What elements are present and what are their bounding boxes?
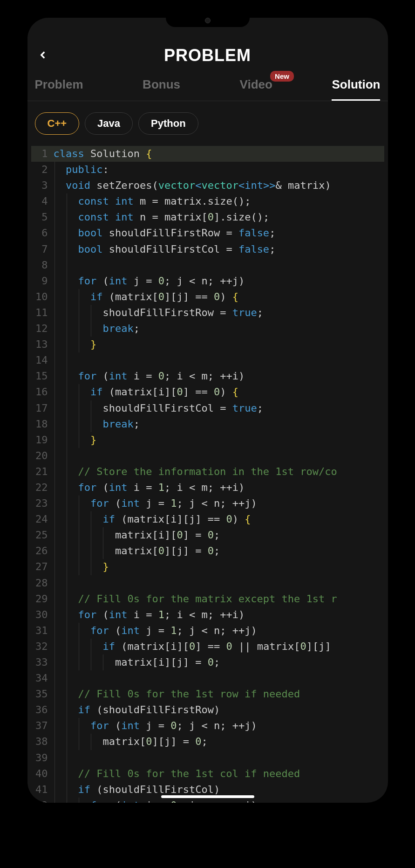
token-plain: ( (115, 641, 128, 652)
token-plain: ; ++ (208, 275, 232, 287)
token-plain: ; (269, 243, 275, 255)
tab-label: Bonus (143, 77, 180, 91)
line-content: } (54, 432, 384, 448)
code-line: 25 matrix[i][0] = 0; (31, 527, 384, 543)
line-content (54, 448, 384, 464)
line-number: 29 (31, 591, 54, 607)
tab-label: Problem (35, 77, 83, 91)
token-plain: [ (152, 529, 158, 541)
token-func: size (226, 211, 251, 223)
token-plain: ; (257, 402, 263, 414)
line-number: 1 (31, 146, 54, 162)
token-plain: = (220, 227, 238, 239)
token-num: 0 (158, 291, 164, 303)
line-content: for (int j = 1; j < n; ++j) (54, 496, 384, 511)
indent-guide (103, 527, 103, 543)
token-plain: ) (251, 720, 257, 731)
token-num: 0 (208, 211, 214, 223)
line-number: 8 (31, 257, 54, 273)
code-line: 31 for (int j = 1; j < n; ++j) (31, 623, 384, 639)
back-button[interactable] (37, 47, 49, 65)
indent-guide (67, 607, 67, 623)
code-line: 13 } (31, 337, 384, 352)
indent-guide (54, 496, 55, 511)
code-line: 20 (31, 448, 384, 464)
token-plain: [ (164, 513, 170, 525)
token-plain (84, 148, 90, 159)
token-plain (102, 243, 109, 255)
token-plain: ) (214, 784, 220, 795)
token-ident: m (201, 482, 207, 493)
line-content: matrix[0][j] = 0; (54, 734, 384, 750)
line-number: 14 (31, 352, 54, 368)
token-ident: j (245, 720, 251, 731)
line-number: 24 (31, 511, 54, 527)
token-plain (140, 799, 146, 803)
indent-guide (67, 496, 67, 511)
token-ident: i (189, 799, 195, 803)
indent-guide (54, 527, 55, 543)
token-type: bool (78, 243, 102, 255)
token-ident: j (177, 545, 183, 557)
token-num: 1 (170, 625, 177, 636)
code-line: 5 const int n = matrix[0].size(); (31, 209, 384, 225)
token-ident: matrix (115, 291, 152, 303)
tab-problem[interactable]: Problem (35, 77, 83, 101)
token-plain: [ (294, 641, 300, 652)
token-plain: ; ++ (208, 482, 232, 493)
token-ident: j (245, 497, 251, 509)
token-plain (140, 625, 146, 636)
tab-video[interactable]: VideoNew (240, 77, 272, 101)
token-type: int (245, 179, 263, 191)
token-ident: m (140, 195, 146, 207)
lang-tab-cp+[interactable]: C++ (35, 112, 80, 135)
token-ident: i (158, 529, 164, 541)
indent-guide (54, 623, 55, 639)
code-editor[interactable]: 1class Solution {2 public:3 void setZero… (27, 146, 388, 803)
token-plain: [ (152, 386, 158, 398)
token-plain: [ (152, 545, 158, 557)
token-plain: (); (251, 211, 269, 223)
token-ident: matrix (288, 179, 325, 191)
lang-tab-java[interactable]: Java (85, 112, 133, 135)
line-content: for (int i = 1; i < m; ++i) (54, 480, 384, 496)
home-indicator[interactable] (161, 795, 254, 798)
indent-guide (54, 464, 55, 480)
indent-guide (79, 432, 79, 448)
token-plain: ]. (214, 211, 226, 223)
indent-guide (67, 209, 67, 225)
indent-guide (79, 527, 79, 543)
token-plain: [ (152, 291, 158, 303)
indent-guide (54, 782, 55, 798)
line-content: public: (54, 162, 384, 178)
token-plain: ; ++ (220, 799, 245, 803)
token-plain: = (146, 195, 164, 207)
line-number: 3 (31, 178, 54, 193)
lang-tab-python[interactable]: Python (138, 112, 198, 135)
token-plain: || (232, 641, 257, 652)
token-comment: // Fill 0s for the 1st col if needed (78, 768, 300, 779)
token-plain: ) (238, 370, 245, 382)
token-type: int (121, 625, 140, 636)
token-ident: matrix (115, 656, 152, 668)
token-punct: { (232, 386, 238, 398)
indent-guide (67, 670, 67, 686)
indent-guide (54, 686, 55, 702)
token-ident: j (245, 625, 251, 636)
tab-bonus[interactable]: Bonus (143, 77, 180, 101)
indent-guide (54, 702, 55, 718)
token-num: 0 (177, 386, 183, 398)
token-plain: < (195, 497, 214, 509)
token-plain: = (140, 275, 158, 287)
token-plain: = (152, 497, 170, 509)
token-comment: // Fill 0s for the 1st row if needed (78, 688, 300, 700)
token-plain: ) (251, 497, 257, 509)
tab-solution[interactable]: Solution (332, 77, 380, 101)
token-plain (127, 482, 133, 493)
indent-guide (54, 734, 55, 750)
token-num: 0 (158, 545, 164, 557)
token-kw: if (78, 704, 90, 716)
token-num: 0 (158, 275, 164, 287)
token-plain: ) (220, 386, 232, 398)
token-plain: ) (238, 275, 245, 287)
